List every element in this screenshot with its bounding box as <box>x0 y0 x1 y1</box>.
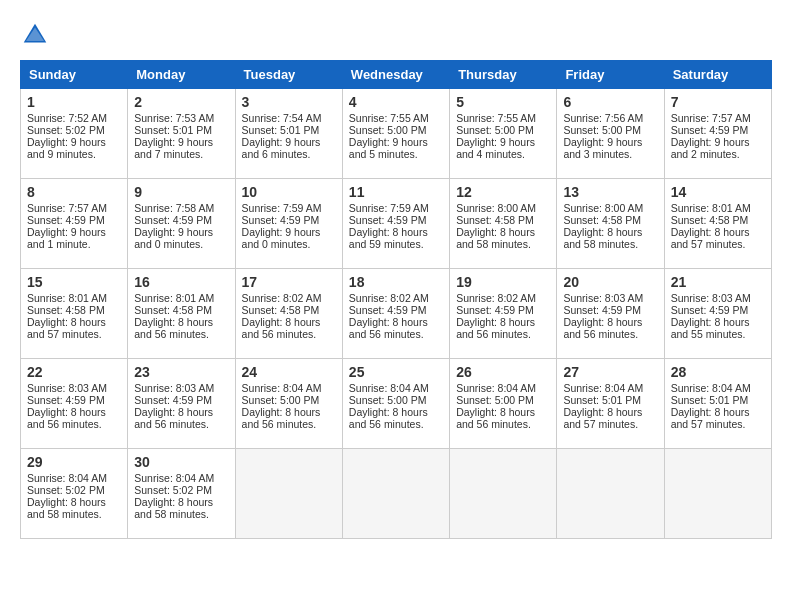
day-info-line: Sunset: 5:01 PM <box>242 124 336 136</box>
day-cell-2: 2Sunrise: 7:53 AMSunset: 5:01 PMDaylight… <box>128 89 235 179</box>
day-number: 14 <box>671 184 765 200</box>
day-number: 7 <box>671 94 765 110</box>
day-info-line: Daylight: 9 hours <box>671 136 765 148</box>
calendar-header-friday: Friday <box>557 61 664 89</box>
day-info-line: Sunrise: 8:03 AM <box>134 382 228 394</box>
calendar-header-sunday: Sunday <box>21 61 128 89</box>
day-info-line: Sunset: 4:59 PM <box>456 304 550 316</box>
day-info-line: Daylight: 8 hours <box>27 406 121 418</box>
day-cell-19: 19Sunrise: 8:02 AMSunset: 4:59 PMDayligh… <box>450 269 557 359</box>
day-info-line: Sunset: 4:59 PM <box>27 394 121 406</box>
day-info-line: Daylight: 8 hours <box>242 406 336 418</box>
day-info-line: Daylight: 9 hours <box>27 226 121 238</box>
day-info-line: Sunset: 5:00 PM <box>456 124 550 136</box>
day-info-line: Daylight: 8 hours <box>242 316 336 328</box>
day-info-line: and 56 minutes. <box>456 328 550 340</box>
day-number: 20 <box>563 274 657 290</box>
day-info-line: Sunrise: 8:01 AM <box>27 292 121 304</box>
day-number: 10 <box>242 184 336 200</box>
day-number: 13 <box>563 184 657 200</box>
day-number: 2 <box>134 94 228 110</box>
day-info-line: and 6 minutes. <box>242 148 336 160</box>
day-info-line: Sunrise: 8:03 AM <box>27 382 121 394</box>
day-info-line: Sunset: 5:00 PM <box>456 394 550 406</box>
day-info-line: Sunset: 5:02 PM <box>27 124 121 136</box>
week-row-3: 15Sunrise: 8:01 AMSunset: 4:58 PMDayligh… <box>21 269 772 359</box>
day-number: 19 <box>456 274 550 290</box>
day-info-line: Sunrise: 7:55 AM <box>349 112 443 124</box>
day-info-line: Sunset: 5:01 PM <box>134 124 228 136</box>
day-cell-16: 16Sunrise: 8:01 AMSunset: 4:58 PMDayligh… <box>128 269 235 359</box>
day-info-line: Sunset: 4:58 PM <box>242 304 336 316</box>
day-info-line: Sunset: 4:59 PM <box>27 214 121 226</box>
day-info-line: and 57 minutes. <box>27 328 121 340</box>
day-cell-23: 23Sunrise: 8:03 AMSunset: 4:59 PMDayligh… <box>128 359 235 449</box>
day-cell-1: 1Sunrise: 7:52 AMSunset: 5:02 PMDaylight… <box>21 89 128 179</box>
day-info-line: Sunrise: 8:04 AM <box>349 382 443 394</box>
day-info-line: Sunset: 4:59 PM <box>242 214 336 226</box>
day-info-line: Sunrise: 8:04 AM <box>134 472 228 484</box>
calendar-header-monday: Monday <box>128 61 235 89</box>
day-info-line: Sunset: 4:58 PM <box>671 214 765 226</box>
day-info-line: Daylight: 9 hours <box>456 136 550 148</box>
calendar-table: SundayMondayTuesdayWednesdayThursdayFrid… <box>20 60 772 539</box>
day-info-line: Daylight: 8 hours <box>349 406 443 418</box>
day-info-line: Sunrise: 7:59 AM <box>349 202 443 214</box>
week-row-2: 8Sunrise: 7:57 AMSunset: 4:59 PMDaylight… <box>21 179 772 269</box>
day-info-line: Sunrise: 8:03 AM <box>671 292 765 304</box>
day-number: 11 <box>349 184 443 200</box>
day-info-line: and 56 minutes. <box>456 418 550 430</box>
day-cell-21: 21Sunrise: 8:03 AMSunset: 4:59 PMDayligh… <box>664 269 771 359</box>
day-info-line: Sunrise: 8:04 AM <box>671 382 765 394</box>
day-info-line: and 1 minute. <box>27 238 121 250</box>
day-info-line: Daylight: 8 hours <box>134 316 228 328</box>
empty-cell <box>342 449 449 539</box>
day-info-line: and 2 minutes. <box>671 148 765 160</box>
day-info-line: Sunrise: 8:01 AM <box>671 202 765 214</box>
day-info-line: and 58 minutes. <box>27 508 121 520</box>
day-info-line: and 56 minutes. <box>242 418 336 430</box>
day-cell-22: 22Sunrise: 8:03 AMSunset: 4:59 PMDayligh… <box>21 359 128 449</box>
day-cell-29: 29Sunrise: 8:04 AMSunset: 5:02 PMDayligh… <box>21 449 128 539</box>
day-info-line: Daylight: 8 hours <box>563 226 657 238</box>
day-cell-13: 13Sunrise: 8:00 AMSunset: 4:58 PMDayligh… <box>557 179 664 269</box>
day-cell-18: 18Sunrise: 8:02 AMSunset: 4:59 PMDayligh… <box>342 269 449 359</box>
day-info-line: and 55 minutes. <box>671 328 765 340</box>
day-info-line: Sunrise: 8:02 AM <box>456 292 550 304</box>
day-info-line: and 0 minutes. <box>242 238 336 250</box>
day-cell-24: 24Sunrise: 8:04 AMSunset: 5:00 PMDayligh… <box>235 359 342 449</box>
day-info-line: Sunset: 5:02 PM <box>27 484 121 496</box>
day-info-line: Sunset: 5:00 PM <box>563 124 657 136</box>
day-info-line: Sunrise: 8:01 AM <box>134 292 228 304</box>
day-cell-11: 11Sunrise: 7:59 AMSunset: 4:59 PMDayligh… <box>342 179 449 269</box>
day-info-line: Daylight: 9 hours <box>563 136 657 148</box>
day-info-line: Daylight: 8 hours <box>456 226 550 238</box>
day-number: 27 <box>563 364 657 380</box>
day-info-line: Daylight: 8 hours <box>563 406 657 418</box>
day-info-line: Sunset: 4:59 PM <box>671 124 765 136</box>
day-cell-30: 30Sunrise: 8:04 AMSunset: 5:02 PMDayligh… <box>128 449 235 539</box>
day-info-line: Sunrise: 7:53 AM <box>134 112 228 124</box>
week-row-5: 29Sunrise: 8:04 AMSunset: 5:02 PMDayligh… <box>21 449 772 539</box>
day-info-line: and 59 minutes. <box>349 238 443 250</box>
day-info-line: Sunset: 4:59 PM <box>671 304 765 316</box>
day-cell-28: 28Sunrise: 8:04 AMSunset: 5:01 PMDayligh… <box>664 359 771 449</box>
day-info-line: Daylight: 9 hours <box>242 226 336 238</box>
day-cell-8: 8Sunrise: 7:57 AMSunset: 4:59 PMDaylight… <box>21 179 128 269</box>
day-number: 1 <box>27 94 121 110</box>
day-number: 25 <box>349 364 443 380</box>
day-cell-9: 9Sunrise: 7:58 AMSunset: 4:59 PMDaylight… <box>128 179 235 269</box>
day-info-line: and 56 minutes. <box>242 328 336 340</box>
day-info-line: Sunset: 5:01 PM <box>563 394 657 406</box>
day-number: 8 <box>27 184 121 200</box>
day-info-line: and 0 minutes. <box>134 238 228 250</box>
day-info-line: Sunset: 4:59 PM <box>134 394 228 406</box>
day-cell-26: 26Sunrise: 8:04 AMSunset: 5:00 PMDayligh… <box>450 359 557 449</box>
day-info-line: Daylight: 8 hours <box>456 406 550 418</box>
day-info-line: Daylight: 8 hours <box>27 316 121 328</box>
day-info-line: Sunrise: 8:04 AM <box>563 382 657 394</box>
day-info-line: Daylight: 9 hours <box>349 136 443 148</box>
day-info-line: and 4 minutes. <box>456 148 550 160</box>
day-info-line: Sunset: 4:59 PM <box>563 304 657 316</box>
day-info-line: Sunset: 5:01 PM <box>671 394 765 406</box>
